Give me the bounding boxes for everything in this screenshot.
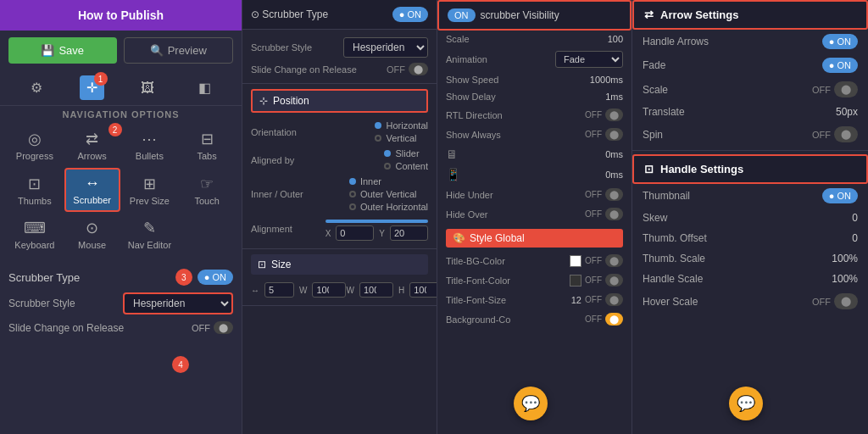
show-speed-row: Show Speed 1000ms	[437, 71, 632, 88]
visibility-toggle[interactable]: ON	[448, 8, 476, 22]
title-font-toggle[interactable]: ⬤	[605, 274, 623, 287]
radio-content[interactable]: Content	[384, 161, 428, 171]
show-always-btn[interactable]: ⬤	[605, 128, 623, 141]
arrow-settings-header: ⇄ Arrow Settings	[632, 0, 868, 30]
title-font-size-control: 12 OFF ⬤	[571, 293, 623, 306]
fab-mid-button[interactable]: 💬	[514, 387, 548, 420]
radio-outer-vertical[interactable]: Outer Vertical	[349, 189, 428, 199]
scale-arrow-btn[interactable]: ⬤	[834, 81, 858, 97]
nav-item-arrows[interactable]: ⇄ Arrows 2	[64, 125, 120, 166]
layers-icon-btn[interactable]: 🖼	[134, 75, 161, 100]
inner-outer-row: Inner / Outer Inner Outer Vertical Outer…	[251, 174, 428, 214]
animation-select[interactable]: Fade	[555, 51, 623, 68]
radio-horizontal[interactable]: Horizontal	[375, 120, 428, 131]
nav-item-bullets[interactable]: ⋯ Bullets	[122, 125, 178, 166]
thumb-scale-value: 100%	[832, 253, 858, 264]
size-w1-input[interactable]	[264, 282, 294, 298]
alignment-controls: X Y	[326, 217, 428, 241]
scale-arrow-toggle: OFF ⬤	[812, 81, 858, 97]
bg-color-toggle[interactable]: ⬤	[605, 313, 623, 326]
radio-inner[interactable]: Inner	[349, 176, 428, 186]
thumbnail-toggle[interactable]: ● ON	[822, 188, 858, 203]
size-w2-input[interactable]	[312, 282, 346, 298]
keyboard-icon: ⌨	[24, 219, 46, 237]
orientation-options: Horizontal Vertical	[375, 120, 428, 143]
scrubber-style-mid-row: Scrubber Style Hesperiden	[251, 35, 428, 60]
scale-arrow-row: Scale OFF ⬤	[632, 77, 868, 102]
radio-dot-outer-h	[349, 203, 356, 210]
title-bg-swatch[interactable]	[570, 255, 581, 267]
nav-item-keyboard[interactable]: ⌨ Keyboard	[7, 214, 63, 255]
radio-slider[interactable]: Slider	[384, 148, 428, 159]
nav-item-tabs[interactable]: ⊟ Tabs	[179, 125, 235, 166]
alignment-bar[interactable]	[326, 220, 428, 223]
y-input[interactable]	[390, 225, 428, 241]
orientation-row: Orientation Horizontal Vertical	[251, 118, 428, 146]
scrubber-section: Scrubber Type 3 ● ON Scrubber Style Hesp…	[0, 259, 242, 342]
style-global-title: 🎨 Style Global	[446, 229, 623, 248]
scrubber-style-select[interactable]: Hesperiden	[123, 292, 233, 314]
nav-item-thumbs[interactable]: ⊡ Thumbs	[7, 168, 63, 212]
badge-2: 2	[108, 123, 122, 136]
tabs-icon: ⊟	[201, 130, 214, 148]
stack-icon-btn[interactable]: ◧	[192, 75, 218, 100]
hover-scale-btn[interactable]: ⬤	[834, 293, 858, 309]
bg-color-control: OFF ⬤	[585, 313, 623, 326]
save-button[interactable]: 💾 Save	[8, 37, 117, 64]
nav-item-mouse[interactable]: ⊙ Mouse	[64, 214, 120, 255]
scrubber-type-toggle[interactable]: ● ON	[198, 270, 233, 285]
nav-item-progress[interactable]: ◎ Progress	[7, 125, 63, 166]
skew-value: 0	[852, 212, 858, 224]
hide-over-btn[interactable]: ⬤	[605, 208, 623, 220]
hide-under-btn[interactable]: ⬤	[605, 188, 623, 201]
thumbs-icon: ⊡	[28, 175, 41, 193]
hide-over-row: Hide Over OFF ⬤	[437, 204, 632, 224]
fade-toggle[interactable]: ● ON	[822, 58, 858, 73]
toggle-dot-thumb: ●	[829, 191, 835, 201]
radio-outer-horizontal[interactable]: Outer Horizontal	[349, 202, 428, 212]
title-font-size-toggle[interactable]: ⬤	[605, 293, 623, 306]
title-font-swatch[interactable]	[570, 275, 581, 287]
thumb-offset-row: Thumb. Offset 0	[632, 228, 868, 248]
size-h-input[interactable]	[409, 282, 437, 298]
handle-scale-value: 100%	[832, 273, 858, 285]
title-font-color-row: Title-Font-Color OFF ⬤	[437, 270, 632, 290]
title-bg-toggle[interactable]: ⬤	[605, 254, 623, 267]
fade-row: Fade ● ON	[632, 53, 868, 77]
aligned-by-row: Aligned by Slider Content	[251, 146, 428, 174]
radio-dot-slider	[384, 150, 391, 157]
nav-grid: ◎ Progress ⇄ Arrows 2 ⋯ Bullets ⊟ Tabs ⊡…	[0, 121, 242, 259]
title-font-size-row: Title-Font-Size 12 OFF ⬤	[437, 290, 632, 309]
preview-button[interactable]: 🔍 Preview	[124, 37, 234, 64]
scrubber-style-mid-select[interactable]: Hesperiden	[343, 37, 428, 58]
size-w3-input[interactable]	[359, 282, 393, 298]
size-row: ↔ W W H	[251, 280, 428, 300]
nav-item-touch[interactable]: ☞ Touch	[179, 168, 235, 212]
size-w-label: W	[299, 286, 307, 295]
radio-dot-content	[384, 163, 391, 170]
settings-icon-btn[interactable]: ⚙	[24, 75, 49, 100]
spin-btn[interactable]: ⬤	[834, 126, 858, 142]
slide-change-toggle: OFF ⬤	[192, 321, 233, 334]
title-font-color-control: OFF ⬤	[570, 274, 623, 287]
scrubber-type-mid-toggle[interactable]: ● ON	[392, 7, 428, 22]
radio-vertical[interactable]: Vertical	[375, 133, 428, 143]
aligned-by-options: Slider Content	[384, 148, 428, 171]
scale-value: 100	[608, 34, 623, 44]
slide-change-mid-btn[interactable]: ⬤	[409, 63, 428, 75]
fab-right-button[interactable]: 💬	[729, 387, 763, 420]
nav-item-scrubber[interactable]: ↔ Scrubber	[64, 168, 120, 212]
x-input[interactable]	[336, 225, 374, 241]
handle-arrows-toggle[interactable]: ● ON	[822, 34, 858, 49]
slide-change-btn[interactable]: ⬤	[214, 321, 233, 334]
divider-1	[632, 150, 868, 151]
spin-row: Spin OFF ⬤	[632, 122, 868, 147]
nav-item-prev-size[interactable]: ⊞ Prev Size	[122, 168, 178, 212]
nav-item-nav-editor[interactable]: ✎ Nav Editor	[122, 214, 178, 255]
mid-panel: ⊙ Scrubber Type ● ON Scrubber Style Hesp…	[242, 0, 437, 434]
size-arrows-icon: ↔	[251, 286, 259, 295]
nav-icon-btn[interactable]: ✛ 1	[80, 75, 104, 100]
hide-under-row: Hide Under OFF ⬤	[437, 185, 632, 204]
touch-icon: ☞	[200, 175, 214, 193]
rtl-btn[interactable]: ⬤	[605, 108, 623, 121]
